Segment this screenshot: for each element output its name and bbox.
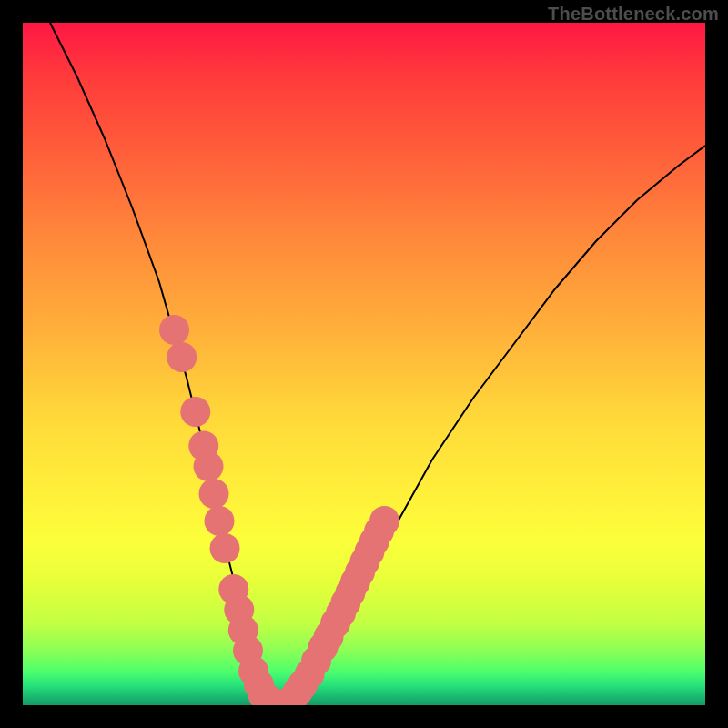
data-bead [205, 506, 235, 536]
chart-frame: TheBottleneck.com [0, 0, 728, 728]
data-bead [199, 479, 229, 509]
watermark-text: TheBottleneck.com [548, 4, 719, 25]
data-bead [369, 506, 399, 536]
data-bead [180, 397, 210, 427]
plot-area [23, 23, 705, 705]
data-bead [167, 342, 197, 372]
data-bead [159, 315, 189, 345]
data-bead [194, 451, 224, 481]
data-bead [210, 533, 240, 563]
curve-layer [23, 23, 705, 705]
